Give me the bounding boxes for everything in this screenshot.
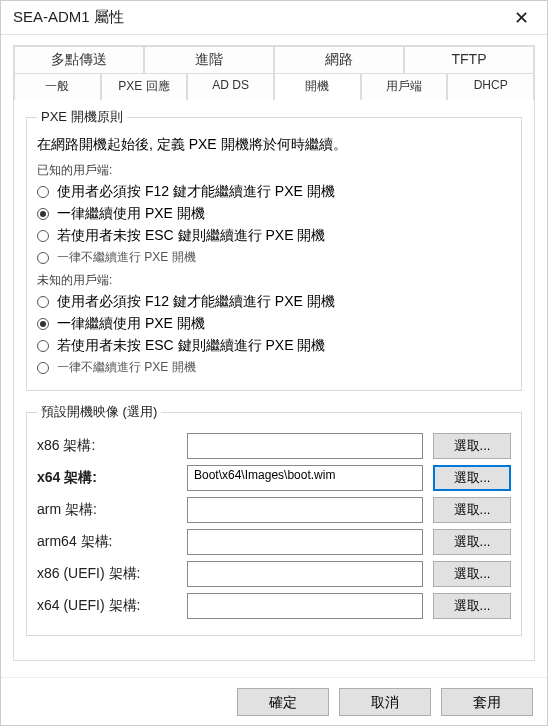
tab-多點傳送[interactable]: 多點傳送: [14, 46, 144, 73]
unknown-option-2[interactable]: 若使用者未按 ESC 鍵則繼續進行 PXE 開機: [37, 337, 511, 355]
radio-icon: [37, 186, 49, 198]
content-area: 多點傳送進階網路TFTP 一般PXE 回應AD DS開機用戶端DHCP PXE …: [1, 35, 547, 677]
image-row-2: arm 架構:選取...: [37, 497, 511, 523]
browse-button[interactable]: 選取...: [433, 497, 511, 523]
known-radios: 使用者必須按 F12 鍵才能繼續進行 PXE 開機一律繼續使用 PXE 開機若使…: [37, 183, 511, 266]
unknown-option-3[interactable]: 一律不繼續進行 PXE 開機: [37, 359, 511, 376]
ok-button[interactable]: 確定: [237, 688, 329, 716]
tab-開機[interactable]: 開機: [274, 73, 361, 100]
tab-一般[interactable]: 一般: [14, 73, 101, 100]
image-label: x86 架構:: [37, 437, 187, 455]
image-label: x64 架構:: [37, 469, 187, 487]
image-path-input[interactable]: [187, 497, 423, 523]
image-path-input[interactable]: [187, 593, 423, 619]
radio-icon: [37, 296, 49, 308]
image-row-5: x64 (UEFI) 架構:選取...: [37, 593, 511, 619]
image-rows: x86 架構:選取...x64 架構:Boot\x64\Images\boot.…: [37, 433, 511, 619]
unknown-clients-label: 未知的用戶端:: [37, 272, 511, 289]
image-row-4: x86 (UEFI) 架構:選取...: [37, 561, 511, 587]
radio-label: 使用者必須按 F12 鍵才能繼續進行 PXE 開機: [57, 183, 335, 201]
image-path-input[interactable]: Boot\x64\Images\boot.wim: [187, 465, 423, 491]
image-row-3: arm64 架構:選取...: [37, 529, 511, 555]
radio-icon: [37, 318, 49, 330]
image-path-input[interactable]: [187, 561, 423, 587]
radio-icon: [37, 252, 49, 264]
pxe-policy-group: PXE 開機原則 在網路開機起始後, 定義 PXE 開機將於何時繼續。 已知的用…: [26, 108, 522, 391]
radio-label: 使用者必須按 F12 鍵才能繼續進行 PXE 開機: [57, 293, 335, 311]
window-title: SEA-ADM1 屬性: [13, 8, 503, 27]
dialog-window: SEA-ADM1 屬性 ✕ 多點傳送進階網路TFTP 一般PXE 回應AD DS…: [0, 0, 548, 726]
tab-進階[interactable]: 進階: [144, 46, 274, 73]
browse-button[interactable]: 選取...: [433, 529, 511, 555]
browse-button[interactable]: 選取...: [433, 561, 511, 587]
known-option-3[interactable]: 一律不繼續進行 PXE 開機: [37, 249, 511, 266]
default-images-legend: 預設開機映像 (選用): [37, 403, 161, 421]
known-clients-label: 已知的用戶端:: [37, 162, 511, 179]
tabs-area: 多點傳送進階網路TFTP 一般PXE 回應AD DS開機用戶端DHCP PXE …: [13, 45, 535, 661]
tab-用戶端[interactable]: 用戶端: [361, 73, 448, 100]
image-label: x64 (UEFI) 架構:: [37, 597, 187, 615]
radio-icon: [37, 230, 49, 242]
cancel-button[interactable]: 取消: [339, 688, 431, 716]
pxe-policy-legend: PXE 開機原則: [37, 108, 127, 126]
pxe-policy-intro: 在網路開機起始後, 定義 PXE 開機將於何時繼續。: [37, 136, 511, 154]
tab-TFTP[interactable]: TFTP: [404, 46, 534, 73]
tab-AD DS[interactable]: AD DS: [187, 73, 274, 100]
radio-label: 一律不繼續進行 PXE 開機: [57, 249, 196, 266]
radio-icon: [37, 208, 49, 220]
browse-button[interactable]: 選取...: [433, 465, 511, 491]
titlebar: SEA-ADM1 屬性 ✕: [1, 1, 547, 35]
apply-button[interactable]: 套用: [441, 688, 533, 716]
image-row-0: x86 架構:選取...: [37, 433, 511, 459]
image-row-1: x64 架構:Boot\x64\Images\boot.wim選取...: [37, 465, 511, 491]
known-option-2[interactable]: 若使用者未按 ESC 鍵則繼續進行 PXE 開機: [37, 227, 511, 245]
image-path-input[interactable]: [187, 529, 423, 555]
unknown-radios: 使用者必須按 F12 鍵才能繼續進行 PXE 開機一律繼續使用 PXE 開機若使…: [37, 293, 511, 376]
default-images-group: 預設開機映像 (選用) x86 架構:選取...x64 架構:Boot\x64\…: [26, 403, 522, 636]
tab-body-boot: PXE 開機原則 在網路開機起始後, 定義 PXE 開機將於何時繼續。 已知的用…: [14, 99, 534, 660]
tab-PXE 回應[interactable]: PXE 回應: [101, 73, 188, 100]
radio-label: 若使用者未按 ESC 鍵則繼續進行 PXE 開機: [57, 337, 325, 355]
tab-row-1: 多點傳送進階網路TFTP: [14, 46, 534, 73]
radio-icon: [37, 340, 49, 352]
image-path-input[interactable]: [187, 433, 423, 459]
unknown-option-1[interactable]: 一律繼續使用 PXE 開機: [37, 315, 511, 333]
radio-label: 一律繼續使用 PXE 開機: [57, 205, 205, 223]
radio-label: 若使用者未按 ESC 鍵則繼續進行 PXE 開機: [57, 227, 325, 245]
image-label: arm64 架構:: [37, 533, 187, 551]
browse-button[interactable]: 選取...: [433, 593, 511, 619]
tab-rows: 多點傳送進階網路TFTP 一般PXE 回應AD DS開機用戶端DHCP: [14, 46, 534, 100]
dialog-buttons: 確定 取消 套用: [1, 677, 547, 725]
unknown-option-0[interactable]: 使用者必須按 F12 鍵才能繼續進行 PXE 開機: [37, 293, 511, 311]
radio-label: 一律不繼續進行 PXE 開機: [57, 359, 196, 376]
tab-row-2: 一般PXE 回應AD DS開機用戶端DHCP: [14, 73, 534, 100]
image-label: x86 (UEFI) 架構:: [37, 565, 187, 583]
image-label: arm 架構:: [37, 501, 187, 519]
known-option-0[interactable]: 使用者必須按 F12 鍵才能繼續進行 PXE 開機: [37, 183, 511, 201]
browse-button[interactable]: 選取...: [433, 433, 511, 459]
tab-網路[interactable]: 網路: [274, 46, 404, 73]
radio-label: 一律繼續使用 PXE 開機: [57, 315, 205, 333]
close-icon[interactable]: ✕: [503, 4, 539, 32]
tab-DHCP[interactable]: DHCP: [447, 73, 534, 100]
radio-icon: [37, 362, 49, 374]
known-option-1[interactable]: 一律繼續使用 PXE 開機: [37, 205, 511, 223]
